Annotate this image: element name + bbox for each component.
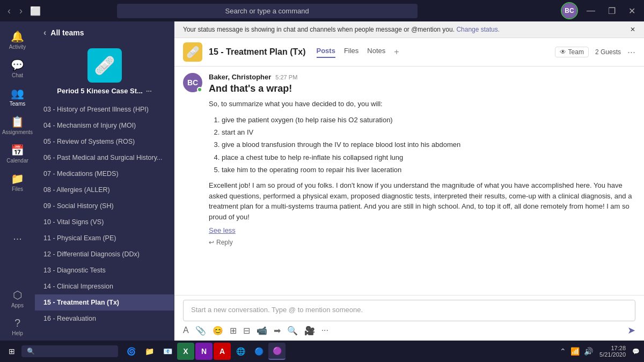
tab-files[interactable]: Files xyxy=(344,47,358,58)
sidebar-item-calendar[interactable]: 📅 Calendar xyxy=(0,139,35,168)
team-more-icon[interactable]: ··· xyxy=(146,87,152,95)
message-group: BC Baker, Christopher 5:27 PM And that's… xyxy=(183,73,635,246)
change-status-link[interactable]: Change status. xyxy=(456,26,500,33)
taskbar: ⊞ 🔍 🌀 📁 📧 X N A 🌐 🔵 🟣 ⌃ 📶 🔊 17:28 5/21/2… xyxy=(0,341,644,362)
search-bar[interactable]: Search or type a command xyxy=(117,4,418,18)
taskbar-search[interactable]: 🔍 xyxy=(21,345,118,357)
sidebar-item-files[interactable]: 📁 Files xyxy=(0,168,35,196)
taskbar-app-onenote[interactable]: N xyxy=(195,343,213,360)
sidebar-item-assignments[interactable]: 📋 Assignments xyxy=(0,111,35,139)
taskbar-app-acrobat[interactable]: A xyxy=(214,343,231,360)
team-badge: 👁 Team xyxy=(555,47,589,57)
main-container: 🔔 Activity 💬 Chat 👥 Teams 📋 Assignments … xyxy=(0,21,644,341)
notification-icon[interactable]: 💬 xyxy=(632,348,640,355)
nav-back-button[interactable]: ‹ xyxy=(4,4,14,18)
sidebar-item-label: Files xyxy=(12,186,23,192)
sidebar-item-label: Assignments xyxy=(2,129,33,135)
more-tools-button[interactable]: ··· xyxy=(321,326,328,335)
tab-notes[interactable]: Notes xyxy=(367,47,385,58)
team-logo: 🩹 xyxy=(87,48,122,83)
sidebar-item-more[interactable]: ··· xyxy=(0,228,35,249)
share-icon: ⬜ xyxy=(30,6,41,16)
notification-close-icon[interactable]: ✕ xyxy=(630,26,635,33)
taskbar-app-excel[interactable]: X xyxy=(177,343,194,360)
compose-input[interactable]: Start a new conversation. Type @ to ment… xyxy=(183,300,635,321)
tab-posts[interactable]: Posts xyxy=(317,47,335,58)
reply-icon: ↩ xyxy=(209,239,214,246)
format-text-button[interactable]: A xyxy=(183,326,189,335)
channel-item-c6[interactable]: 08 - Allergies (ALLER) xyxy=(35,182,174,198)
sidebar-item-teams[interactable]: 👥 Teams xyxy=(0,83,35,111)
praise-button[interactable]: ➡ xyxy=(274,326,281,336)
search-icon: 🔍 xyxy=(27,348,35,355)
channel-header-actions: 👁 Team 2 Guests ··· xyxy=(555,47,635,58)
send-button[interactable]: ➤ xyxy=(627,324,635,336)
sidebar-item-apps[interactable]: ⬡ Apps xyxy=(0,284,35,313)
message-time: 5:27 PM xyxy=(275,74,297,80)
channel-more-button[interactable]: ··· xyxy=(627,47,635,58)
apps-icon: ⬡ xyxy=(13,289,22,301)
channel-header: 🩹 15 - Treatment Plan (Tx) Posts Files N… xyxy=(174,38,644,67)
restore-button[interactable]: ❐ xyxy=(604,4,620,18)
sidebar-item-label: Teams xyxy=(10,101,25,107)
online-indicator xyxy=(197,87,202,92)
gif-button[interactable]: ⊞ xyxy=(230,326,237,336)
taskbar-system-icons: ⌃ 📶 🔊 xyxy=(560,347,593,356)
message-body: Excellent job! I am so proud of you folk… xyxy=(209,180,635,222)
nav-forward-button[interactable]: › xyxy=(16,4,26,18)
channel-item-c14[interactable]: 16 - Reevaluation xyxy=(35,311,174,327)
minimize-button[interactable]: — xyxy=(582,4,599,18)
channel-item-c3[interactable]: 05 - Review of Systems (ROS) xyxy=(35,134,174,150)
video-button[interactable]: 🎥 xyxy=(304,326,315,336)
channel-item-c10[interactable]: 12 - Differential Diagnosis (DDx) xyxy=(35,246,174,262)
team-label: Team xyxy=(568,48,584,56)
channel-item-c5[interactable]: 07 - Medications (MEDS) xyxy=(35,166,174,182)
notification-banner: Your status message is showing in chat a… xyxy=(174,21,644,38)
sidebar-item-label: Activity xyxy=(9,44,26,50)
taskbar-app-chrome[interactable]: 🌐 xyxy=(232,343,249,360)
message-list: give the patient oxygen (to help raise h… xyxy=(222,114,635,176)
taskbar-app-teams[interactable]: 🟣 xyxy=(268,343,286,360)
compose-area: Start a new conversation. Type @ to ment… xyxy=(174,295,644,341)
avatar[interactable]: BC xyxy=(561,2,578,19)
taskbar-right: ⌃ 📶 🔊 17:28 5/21/2020 💬 xyxy=(560,345,640,358)
channel-item-c2[interactable]: 04 - Mechanism of Injury (MOI) xyxy=(35,117,174,134)
taskbar-app-circle[interactable]: 🔵 xyxy=(250,343,267,360)
chat-icon: 💬 xyxy=(11,58,24,71)
schedule-button[interactable]: 📹 xyxy=(257,326,267,336)
sidebar-item-chat[interactable]: 💬 Chat xyxy=(0,54,35,83)
back-button[interactable]: ‹ xyxy=(43,28,46,38)
taskbar-app-swirl[interactable]: 🌀 xyxy=(122,343,140,360)
taskbar-app-outlook[interactable]: 📧 xyxy=(159,343,176,360)
add-tab-button[interactable]: + xyxy=(394,47,399,57)
channel-item-c1[interactable]: 03 - History of Present Illness (HPI) xyxy=(35,101,174,117)
channel-item-c9[interactable]: 11 - Physical Exam (PE) xyxy=(35,230,174,246)
sidebar: 🔔 Activity 💬 Chat 👥 Teams 📋 Assignments … xyxy=(0,21,35,341)
network-icon: 📶 xyxy=(570,347,580,356)
channel-item-c12[interactable]: 14 - Clinical Impression xyxy=(35,278,174,294)
start-button[interactable]: ⊞ xyxy=(4,345,19,358)
taskbar-app-files[interactable]: 📁 xyxy=(141,343,158,360)
sidebar-item-label: Apps xyxy=(11,302,24,308)
see-less-link[interactable]: See less xyxy=(209,226,635,234)
sidebar-item-help[interactable]: ? Help xyxy=(0,313,35,341)
loop-button[interactable]: 🔍 xyxy=(287,326,298,336)
channel-item-c4[interactable]: 06 - Past Medical and Surgical History..… xyxy=(35,150,174,166)
channel-item-c8[interactable]: 10 - Vital Signs (VS) xyxy=(35,214,174,230)
list-item: take him to the operating room to repair… xyxy=(222,164,635,176)
message-author: Baker, Christopher xyxy=(209,73,271,81)
attach-button[interactable]: 📎 xyxy=(195,326,206,336)
taskbar-date-display: 5/21/2020 xyxy=(599,351,626,358)
emoji-button[interactable]: 😊 xyxy=(213,326,223,336)
channel-item-c7[interactable]: 09 - Social History (SH) xyxy=(35,198,174,214)
chevron-up-icon[interactable]: ⌃ xyxy=(560,347,566,356)
sidebar-item-activity[interactable]: 🔔 Activity xyxy=(0,26,35,54)
channel-item-c11[interactable]: 13 - Diagnostic Tests xyxy=(35,262,174,278)
close-button[interactable]: ✕ xyxy=(624,4,640,18)
messages-area: BC Baker, Christopher 5:27 PM And that's… xyxy=(174,67,644,295)
channel-item-c13[interactable]: 15 - Treatment Plan (Tx) xyxy=(35,294,174,311)
reply-button[interactable]: ↩ Reply xyxy=(209,239,635,246)
files-icon: 📁 xyxy=(11,172,24,185)
sticker-button[interactable]: ⊟ xyxy=(243,326,250,336)
team-name-row: Period 5 Kinese Case St... ··· xyxy=(35,85,174,101)
